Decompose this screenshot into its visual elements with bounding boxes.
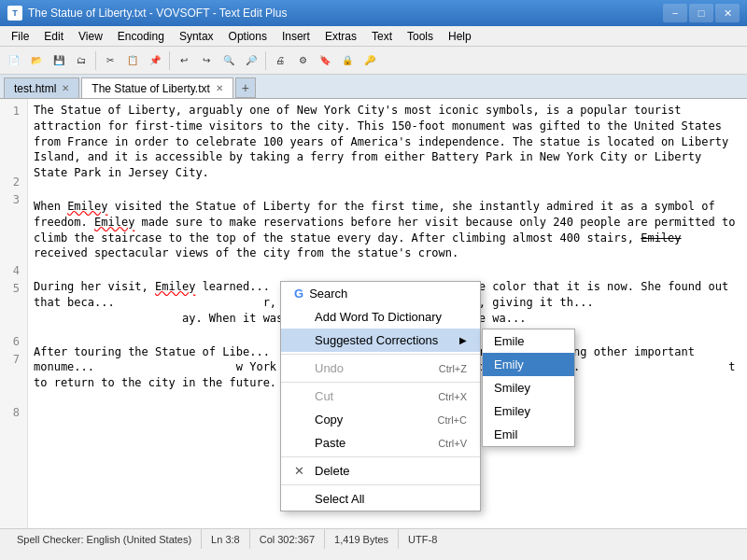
line-label: Ln 3:8	[211, 534, 240, 545]
zoom-in-button[interactable]: 🔍	[218, 50, 239, 71]
line-num-3: 3	[0, 191, 23, 209]
menu-file[interactable]: File	[4, 27, 36, 46]
line-num-6: 6	[0, 333, 23, 351]
tab-liberty-label: The Statue of Liberty.txt	[92, 82, 210, 95]
tab-liberty[interactable]: The Statue of Liberty.txt ✕	[81, 77, 233, 98]
cm-sep-3	[281, 456, 480, 457]
redo-toolbar-button[interactable]: ↪	[196, 50, 217, 71]
line-num-1b	[0, 120, 23, 174]
cm-paste[interactable]: Paste Ctrl+V	[281, 431, 480, 455]
text-line-2	[34, 181, 741, 199]
new-button[interactable]: 📄	[4, 50, 24, 71]
menu-tools[interactable]: Tools	[400, 27, 441, 46]
spell-checker-status: Spell Checker: English (United States)	[7, 529, 202, 549]
tb-extra3[interactable]: 🔒	[337, 50, 358, 71]
tb-extra1[interactable]: ⚙	[292, 50, 313, 71]
cm-copy-label: Copy	[315, 413, 343, 427]
spell-checker-label: Spell Checker: English (United States)	[17, 534, 191, 545]
new-tab-button[interactable]: +	[235, 77, 256, 98]
sm-emil[interactable]: Emil	[483, 423, 574, 446]
line-num-1: 1	[0, 103, 23, 120]
sm-smiley[interactable]: Smiley	[483, 376, 574, 399]
text-line-1: The Statue of Liberty, arguably one of N…	[34, 103, 741, 181]
cm-add-word[interactable]: Add Word To Dictionary	[281, 305, 480, 329]
tab-test-html-close[interactable]: ✕	[62, 83, 69, 93]
cm-select-all[interactable]: Select All	[281, 487, 480, 511]
copy-toolbar-button[interactable]: 📋	[122, 50, 143, 71]
line-num-7b	[0, 369, 23, 404]
cm-paste-shortcut: Ctrl+V	[438, 438, 467, 449]
cm-undo-label: Undo	[315, 361, 344, 375]
menu-encoding[interactable]: Encoding	[110, 27, 172, 46]
line-num-5: 5	[0, 280, 23, 298]
col-status: Col 302:367	[250, 529, 325, 549]
cm-delete-icon: ✕	[294, 464, 309, 478]
tb-extra4[interactable]: 🔑	[359, 50, 380, 71]
paste-toolbar-button[interactable]: 📌	[145, 50, 165, 71]
sm-emily[interactable]: Emily	[483, 353, 574, 376]
menu-options[interactable]: Options	[221, 27, 275, 46]
toolbar-separator-2	[169, 51, 170, 70]
find-button[interactable]: 🔎	[241, 50, 261, 71]
encoding-status: UTF-8	[399, 529, 446, 549]
cm-undo-shortcut: Ctrl+Z	[439, 363, 467, 374]
save-all-button[interactable]: 🗂	[71, 50, 92, 71]
undo-toolbar-button[interactable]: ↩	[174, 50, 194, 71]
line-num-7: 7	[0, 351, 23, 369]
line-status: Ln 3:8	[202, 529, 250, 549]
line-numbers: 1 2 3 4 5 6 7 8	[0, 99, 28, 528]
cm-copy[interactable]: Copy Ctrl+C	[281, 408, 480, 431]
cm-suggested-label: Suggested Corrections	[315, 333, 438, 347]
menu-insert[interactable]: Insert	[275, 27, 317, 46]
menu-view[interactable]: View	[71, 27, 110, 46]
minimize-button[interactable]: −	[663, 4, 687, 22]
sm-emiley[interactable]: Emiley	[483, 399, 574, 423]
print-button[interactable]: 🖨	[270, 50, 290, 71]
open-button[interactable]: 📂	[26, 50, 47, 71]
menu-extras[interactable]: Extras	[317, 27, 364, 46]
text-line-3: When Emiley visited the Statue of Libert…	[34, 199, 741, 261]
cm-select-all-label: Select All	[315, 492, 364, 506]
cm-paste-label: Paste	[315, 436, 345, 450]
line-num-3b	[0, 209, 23, 262]
status-bar: Spell Checker: English (United States) L…	[0, 528, 747, 549]
app-icon: T	[7, 6, 22, 21]
tab-test-html[interactable]: test.html ✕	[4, 77, 79, 98]
misspelled-emiley-1: Emiley	[67, 200, 107, 213]
save-button[interactable]: 💾	[49, 50, 69, 71]
tb-extra2[interactable]: 🔖	[315, 50, 335, 71]
bytes-label: 1,419 Bytes	[334, 534, 388, 545]
cm-undo[interactable]: Undo Ctrl+Z	[281, 357, 480, 380]
line-num-5b	[0, 298, 23, 333]
cm-sep-4	[281, 484, 480, 485]
maximize-button[interactable]: □	[689, 4, 713, 22]
cm-suggested[interactable]: Suggested Corrections ▶	[281, 329, 480, 352]
cm-search-label: Search	[309, 287, 347, 301]
cm-search[interactable]: G Search	[281, 282, 480, 305]
menu-edit[interactable]: Edit	[36, 27, 71, 46]
line-num-8: 8	[0, 404, 23, 422]
suggested-submenu: Emile Emily Smiley Emiley Emil	[482, 329, 575, 447]
cm-cut[interactable]: Cut Ctrl+X	[281, 385, 480, 408]
menu-help[interactable]: Help	[441, 27, 479, 46]
misspelled-emiley-2: Emiley	[94, 216, 134, 229]
tab-test-html-label: test.html	[14, 82, 56, 95]
toolbar-separator-3	[265, 51, 266, 70]
cm-sep-1	[281, 354, 480, 355]
cut-toolbar-button[interactable]: ✂	[100, 50, 120, 71]
cm-add-word-label: Add Word To Dictionary	[315, 310, 442, 324]
misspelled-emiley-3: Emiley	[641, 231, 681, 245]
google-icon: G	[294, 287, 303, 301]
cm-submenu-arrow: ▶	[459, 335, 467, 345]
cm-cut-shortcut: Ctrl+X	[438, 391, 467, 402]
sm-emile[interactable]: Emile	[483, 329, 574, 353]
tab-liberty-close[interactable]: ✕	[216, 83, 223, 93]
menu-text[interactable]: Text	[364, 27, 400, 46]
bytes-status: 1,419 Bytes	[325, 529, 399, 549]
encoding-label: UTF-8	[408, 534, 437, 545]
cm-delete[interactable]: ✕ Delete	[281, 459, 480, 483]
close-button[interactable]: ✕	[715, 4, 740, 22]
menu-syntax[interactable]: Syntax	[172, 27, 221, 46]
text-line-4	[34, 261, 741, 279]
line-num-4: 4	[0, 262, 23, 280]
